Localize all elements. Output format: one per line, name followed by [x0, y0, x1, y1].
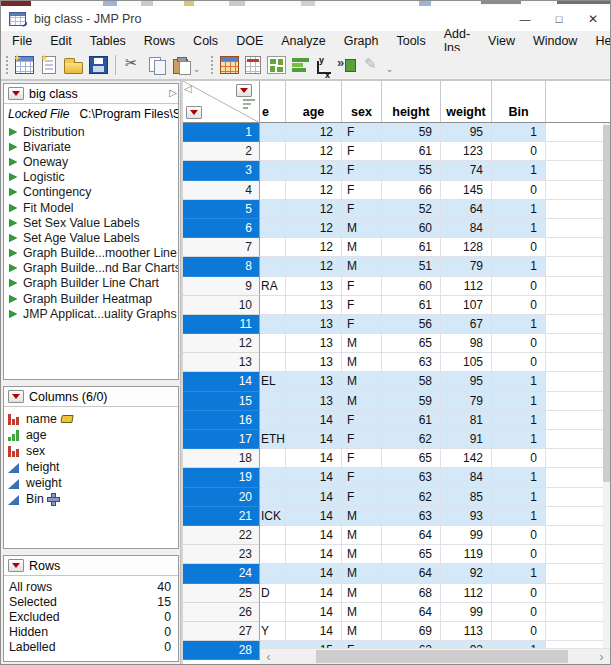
cell-age[interactable]: 14	[286, 526, 342, 545]
cell-age[interactable]: 14	[286, 564, 342, 583]
row-number[interactable]: 20	[183, 488, 260, 507]
cell-sex[interactable]: F	[342, 468, 382, 487]
window-layout-icon[interactable]	[267, 56, 286, 74]
script-item[interactable]: JMP Applicat...uality Graphs	[4, 306, 178, 321]
cell-height[interactable]: 63	[382, 353, 441, 372]
cell-weight[interactable]: 123	[441, 142, 492, 161]
cell-age[interactable]: 12	[286, 257, 342, 276]
cell-name[interactable]	[260, 392, 286, 411]
paste-icon[interactable]	[173, 59, 188, 74]
cell-name[interactable]	[260, 296, 286, 315]
row-number[interactable]: 18	[183, 449, 260, 468]
cell-name[interactable]	[260, 257, 286, 276]
cell-bin[interactable]: 1	[492, 507, 546, 526]
table-row[interactable]: 1614F61811	[183, 411, 610, 430]
cell-weight[interactable]: 93	[441, 507, 492, 526]
red-triangle-button[interactable]	[8, 390, 24, 403]
table-row[interactable]: 1914F63841	[183, 468, 610, 487]
cell-name[interactable]	[260, 603, 286, 622]
row-number[interactable]: 11	[183, 315, 260, 334]
cell-height[interactable]: 64	[382, 564, 441, 583]
script-item[interactable]: Set Age Value Labels	[4, 230, 178, 245]
cell-age[interactable]: 12	[286, 181, 342, 200]
row-number[interactable]: 4	[183, 181, 260, 200]
row-number[interactable]: 13	[183, 353, 260, 372]
red-triangle-button[interactable]	[8, 87, 24, 100]
column-item-name[interactable]: name	[4, 411, 178, 427]
cell-name[interactable]: D	[260, 584, 286, 603]
cell-weight[interactable]: 112	[441, 277, 492, 296]
cell-height[interactable]: 65	[382, 545, 441, 564]
open-folder-icon[interactable]	[64, 62, 83, 74]
cell-bin[interactable]: 0	[492, 545, 546, 564]
script-item[interactable]: Contingency	[4, 185, 178, 200]
data-table-icon[interactable]	[220, 56, 239, 74]
cell-age[interactable]: 12	[286, 161, 342, 180]
menu-item-window[interactable]: Window	[524, 32, 586, 50]
toolbar-overflow-icon[interactable]	[384, 55, 395, 75]
row-number[interactable]: 28	[183, 641, 260, 660]
cell-sex[interactable]: F	[342, 142, 382, 161]
menu-item-tools[interactable]: Tools	[387, 32, 434, 50]
cell-height[interactable]: 64	[382, 526, 441, 545]
cell-sex[interactable]: M	[342, 564, 382, 583]
table-row[interactable]: 812M51791	[183, 257, 610, 276]
script-item[interactable]: Graph Builder Heatmap	[4, 291, 178, 306]
cell-age[interactable]: 14	[286, 545, 342, 564]
table-row[interactable]: 21ICK14M63931	[183, 507, 610, 526]
column-header-sex[interactable]: sex	[342, 81, 382, 122]
cell-bin[interactable]: 0	[492, 181, 546, 200]
script-item[interactable]: Oneway	[4, 154, 178, 169]
cell-name[interactable]: ETH	[260, 430, 286, 449]
menu-item-rows[interactable]: Rows	[135, 32, 184, 50]
cell-age[interactable]: 14	[286, 468, 342, 487]
cell-height[interactable]: 58	[382, 372, 441, 391]
cell-sex[interactable]: F	[342, 123, 382, 142]
cell-bin[interactable]: 0	[492, 277, 546, 296]
cell-age[interactable]: 12	[286, 200, 342, 219]
cell-age[interactable]: 13	[286, 353, 342, 372]
cell-bin[interactable]: 1	[492, 123, 546, 142]
column-item-age[interactable]: age	[4, 427, 178, 443]
table-row[interactable]: 312F55741	[183, 161, 610, 180]
cut-icon[interactable]	[123, 56, 142, 74]
cell-bin[interactable]: 0	[492, 449, 546, 468]
cell-bin[interactable]: 0	[492, 238, 546, 257]
scroll-left-arrow-icon[interactable]: ‹	[260, 649, 277, 664]
table-row[interactable]: 212F611230	[183, 142, 610, 161]
cell-sex[interactable]: F	[342, 411, 382, 430]
cell-height[interactable]: 55	[382, 161, 441, 180]
cell-weight[interactable]: 81	[441, 411, 492, 430]
menu-item-cols[interactable]: Cols	[184, 32, 227, 50]
table-row[interactable]: 712M611280	[183, 238, 610, 257]
toolbar-grip[interactable]	[210, 56, 214, 74]
save-icon[interactable]	[89, 56, 108, 74]
cell-weight[interactable]: 84	[441, 219, 492, 238]
table-row[interactable]: 17ETH14F62911	[183, 430, 610, 449]
cell-sex[interactable]: M	[342, 257, 382, 276]
maximize-button[interactable]: □	[542, 6, 576, 31]
row-number[interactable]: 5	[183, 200, 260, 219]
cell-age[interactable]: 14	[286, 411, 342, 430]
cell-height[interactable]: 60	[382, 277, 441, 296]
cell-bin[interactable]: 1	[492, 257, 546, 276]
edit-script-icon[interactable]	[362, 56, 381, 74]
row-number[interactable]: 22	[183, 526, 260, 545]
cell-height[interactable]: 65	[382, 334, 441, 353]
cell-age[interactable]: 14	[286, 449, 342, 468]
table-row[interactable]: 1113F56671	[183, 315, 610, 334]
cell-weight[interactable]: 67	[441, 315, 492, 334]
cell-sex[interactable]: F	[342, 181, 382, 200]
cell-sex[interactable]: M	[342, 526, 382, 545]
cell-height[interactable]: 61	[382, 142, 441, 161]
cell-name[interactable]	[260, 411, 286, 430]
menu-item-analyze[interactable]: Analyze	[272, 32, 334, 50]
cell-sex[interactable]: M	[342, 622, 382, 641]
cell-height[interactable]: 63	[382, 507, 441, 526]
cell-weight[interactable]: 128	[441, 238, 492, 257]
menu-item-doe[interactable]: DOE	[227, 32, 272, 50]
script-item[interactable]: Fit Model	[4, 200, 178, 215]
cell-sex[interactable]: M	[342, 392, 382, 411]
row-number[interactable]: 12	[183, 334, 260, 353]
cell-bin[interactable]: 1	[492, 564, 546, 583]
